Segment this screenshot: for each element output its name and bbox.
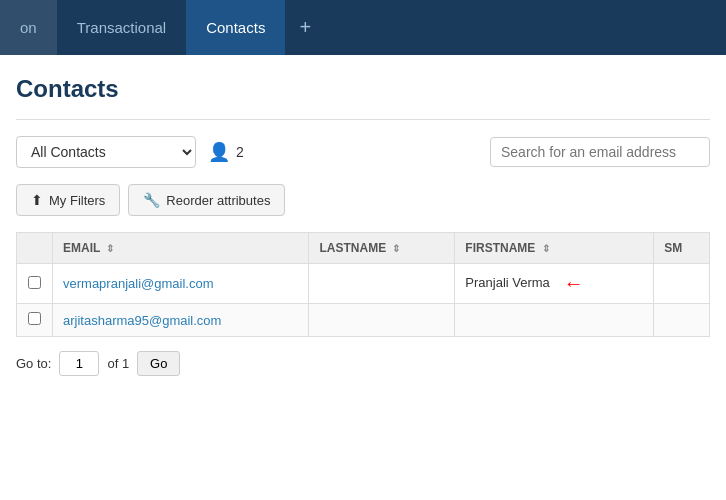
of-pages-label: of 1 — [107, 356, 129, 371]
row2-firstname-cell — [455, 304, 654, 337]
my-filters-label: My Filters — [49, 193, 105, 208]
row2-checkbox[interactable] — [28, 312, 41, 325]
reorder-icon: 🔧 — [143, 192, 160, 208]
col-firstname: FIRSTNAME ⇕ — [455, 233, 654, 264]
page-content: Contacts All Contacts 👤 2 ⬆ My Filters 🔧… — [0, 55, 726, 386]
search-input[interactable] — [490, 137, 710, 167]
email-sort-icon[interactable]: ⇕ — [106, 243, 114, 254]
row1-arrow-indicator: ← — [563, 272, 583, 295]
go-to-label: Go to: — [16, 356, 51, 371]
nav-item-transactional[interactable]: Transactional — [57, 0, 187, 55]
top-nav: on Transactional Contacts + — [0, 0, 726, 55]
row2-checkbox-cell — [17, 304, 53, 337]
row1-lastname-cell — [309, 264, 455, 304]
col-checkbox — [17, 233, 53, 264]
reorder-label: Reorder attributes — [166, 193, 270, 208]
filter-icon: ⬆ — [31, 192, 43, 208]
nav-label-transactional: Transactional — [77, 19, 167, 36]
contacts-icon: 👤 — [208, 141, 230, 163]
col-sms: SM — [654, 233, 710, 264]
pagination-row: Go to: of 1 Go — [16, 337, 710, 386]
row2-email-link[interactable]: arjitasharma95@gmail.com — [63, 313, 221, 328]
table-row: arjitasharma95@gmail.com — [17, 304, 710, 337]
table-row: vermapranjali@gmail.com Pranjali Verma ← — [17, 264, 710, 304]
filter-row: All Contacts 👤 2 — [16, 136, 710, 168]
contact-count: 👤 2 — [208, 141, 244, 163]
nav-label-on: on — [20, 19, 37, 36]
page-title: Contacts — [16, 75, 710, 103]
nav-plus-icon: + — [299, 16, 311, 39]
contacts-filter-select[interactable]: All Contacts — [16, 136, 196, 168]
row2-email-cell: arjitasharma95@gmail.com — [53, 304, 309, 337]
col-lastname: LASTNAME ⇕ — [309, 233, 455, 264]
row2-sms-cell — [654, 304, 710, 337]
row1-checkbox-cell — [17, 264, 53, 304]
row1-sms-cell — [654, 264, 710, 304]
row1-firstname-value: Pranjali Verma — [465, 275, 550, 290]
action-row: ⬆ My Filters 🔧 Reorder attributes — [16, 184, 710, 216]
col-sms-label: SM — [664, 241, 682, 255]
contact-count-value: 2 — [236, 144, 244, 160]
row1-email-cell: vermapranjali@gmail.com — [53, 264, 309, 304]
row1-firstname-cell: Pranjali Verma ← — [455, 264, 654, 304]
contacts-table: Email ⇕ LASTNAME ⇕ FIRSTNAME ⇕ SM — [16, 232, 710, 337]
nav-item-on[interactable]: on — [0, 0, 57, 55]
col-email-label: Email — [63, 241, 100, 255]
row1-email-link[interactable]: vermapranjali@gmail.com — [63, 276, 213, 291]
go-button[interactable]: Go — [137, 351, 180, 376]
row2-lastname-cell — [309, 304, 455, 337]
page-number-input[interactable] — [59, 351, 99, 376]
nav-label-contacts: Contacts — [206, 19, 265, 36]
table-header: Email ⇕ LASTNAME ⇕ FIRSTNAME ⇕ SM — [17, 233, 710, 264]
nav-item-contacts[interactable]: Contacts — [186, 0, 285, 55]
table-body: vermapranjali@gmail.com Pranjali Verma ←… — [17, 264, 710, 337]
row1-checkbox[interactable] — [28, 276, 41, 289]
reorder-attributes-button[interactable]: 🔧 Reorder attributes — [128, 184, 285, 216]
col-email: Email ⇕ — [53, 233, 309, 264]
col-firstname-label: FIRSTNAME — [465, 241, 535, 255]
nav-add-button[interactable]: + — [285, 0, 325, 55]
table-header-row: Email ⇕ LASTNAME ⇕ FIRSTNAME ⇕ SM — [17, 233, 710, 264]
divider — [16, 119, 710, 120]
col-lastname-label: LASTNAME — [319, 241, 386, 255]
firstname-sort-icon[interactable]: ⇕ — [542, 243, 550, 254]
my-filters-button[interactable]: ⬆ My Filters — [16, 184, 120, 216]
lastname-sort-icon[interactable]: ⇕ — [392, 243, 400, 254]
